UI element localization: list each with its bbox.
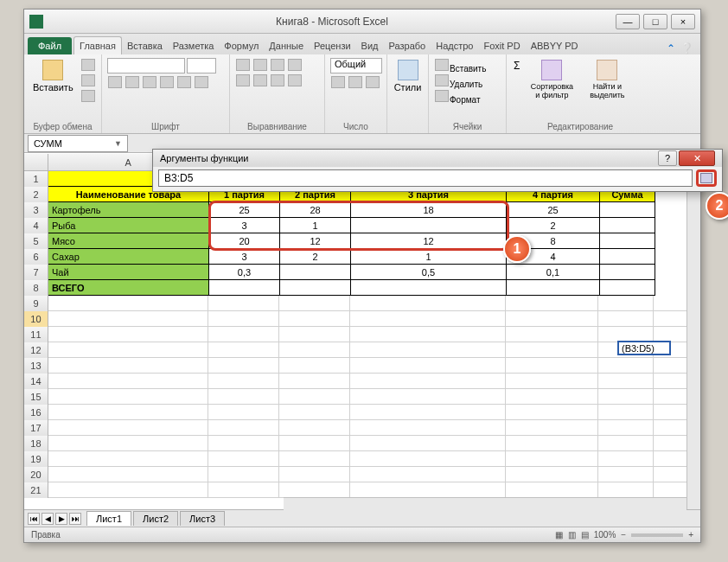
row-19[interactable]: 19: [24, 451, 48, 467]
item-name[interactable]: Картофель: [48, 202, 209, 218]
view-break-icon[interactable]: ▤: [581, 530, 589, 540]
tab-insert[interactable]: Вставка: [122, 37, 168, 54]
cell[interactable]: [600, 249, 655, 265]
cell[interactable]: 0,3: [209, 265, 280, 280]
zoom-slider[interactable]: [631, 533, 683, 537]
row-13[interactable]: 13: [24, 358, 48, 374]
delete-cells-button[interactable]: Удалить: [434, 73, 501, 89]
tab-next-icon[interactable]: ▶: [55, 513, 67, 525]
row-1[interactable]: 1: [24, 171, 48, 187]
row-6[interactable]: 6: [24, 249, 48, 265]
row-16[interactable]: 16: [24, 405, 48, 420]
insert-cells-button[interactable]: Вставить: [434, 58, 501, 73]
zoom-in-button[interactable]: +: [688, 530, 693, 540]
tab-addins[interactable]: Надстро: [431, 37, 478, 54]
row-7[interactable]: 7: [24, 265, 48, 280]
item-name[interactable]: Мясо: [48, 233, 209, 249]
cell[interactable]: 0,1: [507, 265, 600, 280]
row-20[interactable]: 20: [24, 467, 48, 482]
cell[interactable]: 2: [280, 249, 351, 265]
cell[interactable]: 3: [209, 218, 280, 233]
maximize-button[interactable]: □: [643, 14, 667, 29]
cell[interactable]: 1: [280, 218, 351, 233]
item-name[interactable]: Сахар: [48, 249, 209, 265]
comma-icon[interactable]: [366, 76, 380, 88]
sort-filter-button[interactable]: Сортировка и фильтр: [525, 58, 578, 101]
minimize-button[interactable]: —: [616, 14, 640, 29]
row-9[interactable]: 9: [24, 296, 48, 311]
cell[interactable]: 18: [351, 202, 507, 218]
align-left-icon[interactable]: [236, 74, 250, 86]
expand-dialog-button[interactable]: [696, 169, 717, 187]
row-17[interactable]: 17: [24, 420, 48, 436]
autosum-button[interactable]: Σ: [512, 58, 521, 73]
row-5[interactable]: 5: [24, 233, 48, 249]
sheet-tab-1[interactable]: Лист1: [86, 511, 131, 526]
tab-first-icon[interactable]: ⏮: [28, 513, 40, 525]
tab-last-icon[interactable]: ⏭: [69, 513, 81, 525]
cell[interactable]: [351, 218, 507, 233]
cell[interactable]: [280, 265, 351, 280]
tab-home[interactable]: Главная: [73, 36, 122, 54]
italic-icon[interactable]: [125, 76, 139, 88]
cell[interactable]: 12: [280, 233, 351, 249]
currency-icon[interactable]: [331, 76, 345, 88]
underline-icon[interactable]: [143, 76, 156, 88]
tab-prev-icon[interactable]: ◀: [42, 513, 54, 525]
number-format-selector[interactable]: Общий: [330, 58, 382, 73]
align-middle-icon[interactable]: [253, 59, 267, 71]
font-selector[interactable]: [107, 58, 185, 73]
find-select-button[interactable]: Найти и выделить: [582, 58, 632, 101]
align-top-icon[interactable]: [236, 59, 250, 71]
cell[interactable]: 2: [507, 218, 600, 233]
item-name[interactable]: Рыба: [48, 218, 209, 233]
align-center-icon[interactable]: [253, 74, 267, 86]
font-size-selector[interactable]: [187, 58, 216, 73]
format-painter-icon[interactable]: [81, 90, 95, 102]
sheet-tab-3[interactable]: Лист3: [180, 511, 225, 526]
cell[interactable]: [600, 218, 655, 233]
cell[interactable]: 3: [209, 249, 280, 265]
cell[interactable]: 20: [209, 233, 280, 249]
cell[interactable]: 12: [351, 233, 507, 249]
horizontal-scrollbar[interactable]: [284, 497, 686, 511]
cell[interactable]: [351, 280, 507, 296]
paste-button[interactable]: Вставить: [29, 58, 77, 94]
row-12[interactable]: 12: [24, 342, 48, 358]
tab-view[interactable]: Вид: [356, 37, 384, 54]
row-3[interactable]: 3: [24, 202, 48, 218]
total-row[interactable]: ВСЕГО: [48, 280, 209, 296]
tab-data[interactable]: Данные: [264, 37, 309, 54]
cell[interactable]: [600, 280, 655, 296]
cell[interactable]: [280, 280, 351, 296]
cell[interactable]: 25: [507, 202, 600, 218]
tab-layout[interactable]: Разметка: [168, 37, 220, 54]
tab-dev[interactable]: Разрабо: [384, 37, 431, 54]
tab-foxit[interactable]: Foxit PD: [478, 37, 525, 54]
border-icon[interactable]: [160, 76, 174, 88]
tab-formulas[interactable]: Формул: [219, 37, 264, 54]
file-tab[interactable]: Файл: [28, 37, 72, 54]
cut-icon[interactable]: [81, 59, 95, 71]
copy-icon[interactable]: [81, 74, 95, 86]
tab-review[interactable]: Рецензи: [309, 37, 356, 54]
align-bottom-icon[interactable]: [271, 59, 284, 71]
row-14[interactable]: 14: [24, 374, 48, 389]
font-color-icon[interactable]: [195, 76, 208, 88]
row-10[interactable]: 10: [24, 311, 48, 327]
align-right-icon[interactable]: [271, 74, 284, 86]
styles-button[interactable]: Стили: [393, 58, 423, 94]
help-icon[interactable]: ❔: [680, 42, 693, 54]
wrap-text-icon[interactable]: [288, 59, 302, 71]
range-input[interactable]: [158, 169, 693, 187]
close-button[interactable]: ×: [671, 14, 695, 29]
row-21[interactable]: 21: [24, 482, 48, 498]
cell[interactable]: 1: [351, 249, 507, 265]
row-8[interactable]: 8: [24, 280, 48, 296]
sheet-tab-2[interactable]: Лист2: [133, 511, 178, 526]
merge-icon[interactable]: [288, 74, 302, 86]
row-4[interactable]: 4: [24, 218, 48, 233]
cell[interactable]: [507, 280, 600, 296]
vertical-scrollbar[interactable]: [686, 172, 700, 509]
bold-icon[interactable]: [108, 76, 122, 88]
